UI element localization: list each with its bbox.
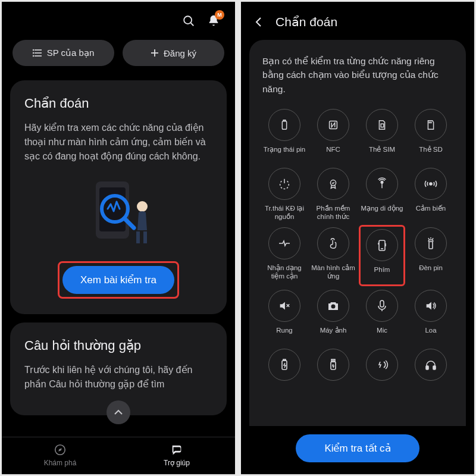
search-icon[interactable]	[181, 14, 196, 28]
faq-title: Câu hỏi thường gặp	[24, 338, 212, 353]
diag-label: Trạng thái pin	[264, 145, 306, 162]
svg-rect-42	[380, 300, 384, 307]
diagnostics-card: Chẩn đoán Hãy kiểm tra xem các chức năng…	[10, 80, 227, 314]
bell-icon[interactable]: M	[206, 14, 221, 28]
svg-point-5	[33, 50, 33, 51]
page-title: Chẩn đoán	[275, 15, 337, 29]
svg-line-38	[433, 238, 433, 239]
diag-label: Máy ảnh	[320, 326, 347, 343]
diag-item-buttons-highlighted[interactable]: Phím	[359, 225, 405, 286]
diag-item-mic[interactable]: Mic	[360, 290, 404, 343]
diag-item-sd[interactable]: Thẻ SD	[409, 109, 453, 162]
svg-rect-35	[429, 242, 433, 249]
diag-item-flashlight[interactable]: Đèn pin	[409, 227, 453, 284]
svg-point-7	[33, 56, 33, 57]
diag-item-vibration[interactable]: Rung	[262, 290, 306, 343]
svg-rect-47	[331, 359, 335, 362]
scroll-top-button[interactable]	[107, 400, 130, 424]
right-screenshot: Chẩn đoán Bạn có thể kiểm tra từng chức …	[241, 2, 474, 474]
header: Chẩn đoán	[241, 2, 474, 40]
sd-icon	[415, 109, 447, 141]
back-icon[interactable]	[253, 16, 265, 28]
diag-label: Mạng di động	[361, 204, 403, 221]
diag-item-proximity[interactable]: Nhận dạng tiệm cận	[262, 227, 306, 284]
diag-label: Thẻ SIM	[369, 145, 395, 162]
sim-icon	[366, 109, 398, 141]
rosette-icon	[317, 168, 349, 200]
svg-point-14	[137, 201, 148, 212]
top-bar: M	[2, 2, 235, 35]
faq-body: Trước khi liên hệ với chúng tôi, hãy đến…	[24, 363, 212, 392]
left-screenshot: M SP của bạn Đăng ký Chẩn đoán Hãy kiểm …	[2, 2, 235, 474]
your-sp-button[interactable]: SP của bạn	[12, 40, 114, 66]
diag-label: Màn hình cảm ứng	[311, 264, 355, 281]
sensor-icon	[415, 168, 447, 200]
svg-rect-20	[283, 120, 286, 121]
diag-item-nfc[interactable]: NFC	[311, 109, 355, 162]
svg-rect-19	[282, 121, 286, 129]
svg-rect-50	[426, 366, 428, 369]
proximity-icon	[268, 227, 300, 259]
diag-label: Loa	[425, 326, 436, 343]
diag-label: NFC	[326, 145, 340, 162]
diag-item-battery[interactable]: Trạng thái pin	[262, 109, 306, 162]
volume-mute-icon	[268, 290, 300, 322]
diagnostics-grid: Trạng thái pin NFC Thẻ SIM Thẻ SD Tr.thá…	[262, 109, 453, 402]
register-button[interactable]: Đăng ký	[123, 40, 224, 66]
svg-point-28	[381, 181, 383, 183]
svg-line-1	[191, 23, 194, 26]
your-sp-label: SP của bạn	[47, 48, 95, 58]
diag-item-mobile-network[interactable]: Mạng di động	[360, 168, 404, 221]
diag-label: Đèn pin	[419, 264, 443, 280]
diag-label: Nhận dạng tiệm cận	[262, 264, 306, 281]
diagnostics-body: Hãy kiểm tra xem các chức năng của điện …	[24, 121, 212, 164]
diag-item-sensor[interactable]: Cảm biến	[409, 168, 453, 221]
touch-icon	[317, 227, 349, 259]
diagnostics-panel: Bạn có thể kiểm tra từng chức năng riêng…	[249, 40, 466, 426]
highlight-view-test: Xem bài kiểm tra	[58, 261, 179, 299]
nav-explore[interactable]: Khám phá	[2, 437, 118, 474]
svg-marker-18	[58, 448, 62, 452]
bottom-nav: Khám phá Trợ giúp	[2, 437, 235, 474]
diag-item-charging[interactable]	[262, 349, 306, 402]
diag-item-usb[interactable]	[311, 349, 355, 402]
diag-item-wireless-charging[interactable]	[360, 349, 404, 402]
diag-item-headphones[interactable]	[409, 349, 453, 402]
svg-rect-45	[283, 359, 286, 361]
diag-item-camera[interactable]: Máy ảnh	[311, 290, 355, 343]
svg-rect-51	[433, 366, 436, 369]
diag-label: Mic	[377, 326, 387, 343]
view-test-button[interactable]: Xem bài kiểm tra	[62, 266, 174, 294]
diag-item-touchscreen[interactable]: Màn hình cảm ứng	[311, 227, 355, 284]
speaker-icon	[415, 290, 447, 322]
bottom-cta-row: Kiểm tra tất cả	[241, 426, 474, 474]
flashlight-icon	[415, 227, 447, 259]
diag-item-sim[interactable]: Thẻ SIM	[360, 109, 404, 162]
nav-help[interactable]: Trợ giúp	[118, 437, 235, 474]
nav-help-label: Trợ giúp	[164, 459, 190, 467]
usb-icon	[317, 349, 349, 381]
diag-item-software[interactable]: Phần mềm chính thức	[311, 168, 355, 221]
svg-point-0	[184, 16, 192, 24]
wireless-charge-icon	[366, 349, 398, 381]
diag-item-speaker[interactable]: Loa	[409, 290, 453, 343]
test-all-button[interactable]: Kiểm tra tất cả	[296, 434, 419, 462]
pill-row: SP của bạn Đăng ký	[2, 35, 235, 80]
diag-label: Tr.thái KĐ lại nguồn	[262, 204, 306, 221]
intro-text: Bạn có thể kiểm tra từng chức năng riêng…	[262, 54, 453, 96]
diag-label: Phím	[374, 265, 390, 282]
camera-icon	[317, 290, 349, 322]
svg-rect-16	[143, 231, 147, 243]
test-all-label: Kiểm tra tất cả	[324, 443, 390, 454]
power-icon	[268, 168, 300, 200]
register-label: Đăng ký	[164, 48, 196, 58]
svg-point-6	[33, 53, 33, 54]
charging-icon	[268, 349, 300, 381]
nfc-icon	[317, 109, 349, 141]
diagnostics-illustration	[24, 164, 212, 254]
svg-point-41	[331, 304, 336, 308]
view-test-label: Xem bài kiểm tra	[80, 274, 156, 286]
diagnostics-title: Chẩn đoán	[24, 96, 212, 111]
diag-item-restart[interactable]: Tr.thái KĐ lại nguồn	[262, 168, 306, 221]
diag-label: Thẻ SD	[419, 145, 443, 162]
